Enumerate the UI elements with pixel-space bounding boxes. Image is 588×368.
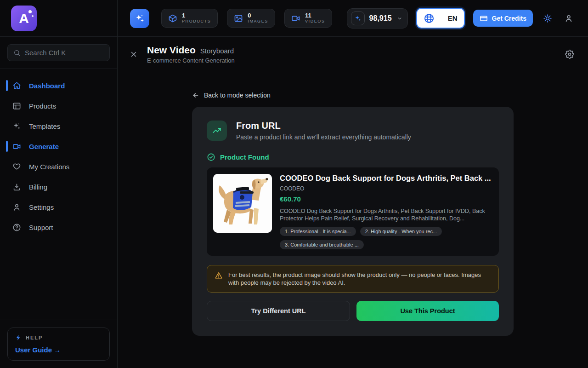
layout-icon: [12, 102, 21, 110]
try-different-url-button[interactable]: Try Different URL: [207, 301, 350, 321]
stats-group: 1 PRODUCTS 0 IMAGES 11 VIDEO: [161, 9, 332, 28]
settings-button[interactable]: [563, 48, 576, 61]
check-circle-icon: [207, 153, 215, 161]
stat-images[interactable]: 0 IMAGES: [227, 9, 275, 28]
product-card: COODEO Dog Back Support for Dogs Arthrit…: [207, 167, 499, 256]
sidebar-item-label: Dashboard: [29, 82, 65, 90]
card-title: From URL: [236, 121, 411, 131]
page-title: New Video: [147, 45, 196, 56]
sidebar-item-billing[interactable]: Billing: [0, 177, 117, 197]
logo-section: A: [0, 0, 117, 37]
ai-sparkles-button[interactable]: [130, 9, 149, 28]
sparkles-icon: [12, 122, 21, 131]
search-input[interactable]: [25, 49, 104, 57]
sparkles-icon: [135, 13, 145, 23]
page-subtitle: E-commerce Content Generation: [147, 57, 235, 64]
person-icon: [564, 14, 573, 23]
warning-text: For best results, the product image shou…: [228, 271, 491, 287]
product-price: €60.70: [280, 195, 492, 203]
sidebar-item-settings[interactable]: Settings: [0, 197, 117, 217]
get-credits-button[interactable]: Get Credits: [473, 10, 533, 27]
from-url-card: From URL Paste a product link and we'll …: [192, 107, 514, 336]
card-subtitle: Paste a product link and we'll extract e…: [236, 133, 411, 141]
stat-label: IMAGES: [248, 19, 268, 24]
profile-button[interactable]: [562, 12, 575, 25]
download-icon: [12, 183, 21, 191]
status-badge: Product Found: [220, 153, 269, 161]
dog-harness-illustration: [213, 174, 272, 233]
sidebar: A Dashboard Products Templates: [0, 0, 118, 368]
close-icon: [130, 50, 138, 58]
app-logo[interactable]: A: [11, 6, 37, 31]
stat-products[interactable]: 1 PRODUCTS: [161, 9, 218, 28]
help-card: HELP User Guide →: [7, 328, 110, 361]
content: Back to mode selection From URL Paste a …: [118, 72, 588, 368]
product-title: COODEO Dog Back Support for Dogs Arthrit…: [280, 174, 492, 183]
product-image: [213, 174, 272, 233]
sidebar-item-products[interactable]: Products: [0, 96, 117, 116]
language-code: EN: [448, 14, 458, 22]
sidebar-item-label: Billing: [29, 183, 47, 191]
sidebar-item-label: Support: [29, 224, 53, 231]
product-tags: 1. Professional - It is specia... 2. Hig…: [280, 227, 492, 249]
video-icon: [12, 142, 21, 151]
search-icon: [13, 49, 21, 57]
product-tag: 2. High quality - When you rec...: [360, 227, 442, 236]
stat-value: 11: [305, 12, 325, 19]
product-description: COODEO Dog Back Support for Dogs Arthrit…: [280, 207, 492, 222]
search-box[interactable]: [7, 44, 110, 61]
theme-toggle-button[interactable]: [541, 12, 554, 25]
sidebar-item-label: Settings: [29, 203, 54, 211]
sun-icon: [543, 14, 552, 23]
arrow-left-icon: [192, 92, 199, 99]
help-circle-icon: [12, 223, 21, 232]
sidebar-item-label: Generate: [29, 143, 59, 150]
globe-icon: [424, 13, 435, 24]
stat-value: 1: [182, 12, 211, 19]
status-row: Product Found: [207, 153, 499, 161]
back-to-mode-selection-link[interactable]: Back to mode selection: [192, 92, 271, 99]
credits-sparkles-icon: [351, 12, 365, 25]
warning-triangle-icon: [215, 271, 223, 280]
credits-balance: 98,915: [369, 14, 392, 23]
bolt-icon: [15, 334, 22, 341]
product-tag: 1. Professional - It is specia...: [280, 227, 356, 236]
stat-videos[interactable]: 11 VIDEOS: [284, 9, 332, 28]
sidebar-item-label: My Creations: [29, 163, 69, 171]
chevron-down-icon: [396, 15, 403, 22]
close-button[interactable]: [127, 47, 141, 61]
stat-value: 0: [248, 12, 268, 19]
user-guide-link[interactable]: User Guide →: [15, 346, 102, 354]
warning-banner: For best results, the product image shou…: [207, 265, 499, 293]
main-area: 1 PRODUCTS 0 IMAGES 11 VIDEO: [118, 0, 588, 368]
images-icon: [234, 14, 243, 23]
sidebar-item-templates[interactable]: Templates: [0, 116, 117, 136]
topbar: 1 PRODUCTS 0 IMAGES 11 VIDEO: [118, 0, 588, 37]
help-title: HELP: [26, 335, 43, 340]
sidebar-nav: Dashboard Products Templates Generate My…: [0, 69, 117, 237]
language-selector[interactable]: EN: [416, 8, 465, 29]
sidebar-item-my-creations[interactable]: My Creations: [0, 156, 117, 177]
sidebar-item-label: Products: [29, 102, 56, 110]
sidebar-item-dashboard[interactable]: Dashboard: [0, 75, 117, 96]
search-section: [0, 37, 117, 69]
back-link-label: Back to mode selection: [204, 92, 271, 99]
trending-up-icon: [207, 121, 227, 141]
sidebar-item-generate[interactable]: Generate: [0, 136, 117, 156]
home-icon: [12, 81, 21, 90]
sidebar-item-label: Templates: [29, 122, 60, 130]
heart-icon: [12, 162, 21, 171]
product-brand: COODEO: [280, 185, 492, 192]
gear-icon: [565, 50, 574, 59]
credits-dropdown[interactable]: 98,915: [347, 8, 408, 29]
page-header: New Video Storyboard E-commerce Content …: [118, 37, 588, 72]
credit-card-icon: [480, 14, 488, 23]
use-this-product-button[interactable]: Use This Product: [356, 301, 499, 321]
user-icon: [12, 203, 21, 212]
videos-icon: [291, 14, 300, 23]
help-section: HELP User Guide →: [0, 320, 117, 368]
page-mode-label: Storyboard: [200, 47, 234, 55]
sidebar-item-support[interactable]: Support: [0, 217, 117, 237]
stat-label: VIDEOS: [305, 19, 325, 24]
stat-label: PRODUCTS: [182, 19, 211, 24]
